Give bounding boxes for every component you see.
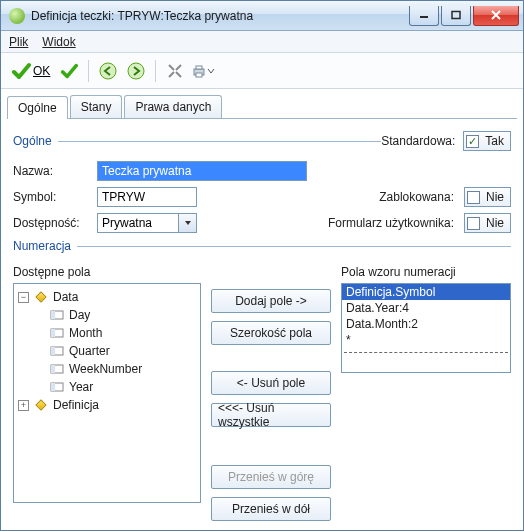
- add-field-button[interactable]: Dodaj pole ->: [211, 289, 331, 313]
- list-item[interactable]: Definicja.Symbol: [342, 284, 510, 300]
- locked-label: Zablokowana:: [379, 190, 454, 204]
- separator: [88, 60, 89, 82]
- svg-rect-5: [196, 66, 202, 69]
- userform-label: Formularz użytkownika:: [328, 216, 454, 230]
- minimize-button[interactable]: [409, 6, 439, 26]
- svg-point-3: [128, 63, 144, 79]
- tree-node-year[interactable]: Year: [69, 378, 93, 396]
- pattern-fields-list[interactable]: Definicja.Symbol Data.Year:4 Data.Month:…: [341, 283, 511, 373]
- standard-checkbox[interactable]: Tak: [463, 131, 511, 151]
- tree-node-weeknumber[interactable]: WeekNumber: [69, 360, 142, 378]
- svg-rect-10: [51, 329, 55, 337]
- svg-point-2: [100, 63, 116, 79]
- pattern-fields-label: Pola wzoru numeracji: [341, 265, 511, 279]
- svg-rect-8: [51, 311, 55, 319]
- remove-field-button[interactable]: <- Usuń pole: [211, 371, 331, 395]
- field-icon: [50, 345, 64, 357]
- divider: [77, 246, 511, 247]
- tree-node-day[interactable]: Day: [69, 306, 90, 324]
- tree-node-month[interactable]: Month: [69, 324, 102, 342]
- standard-value: Tak: [485, 134, 504, 148]
- titlebar: Definicja teczki: TPRYW:Teczka prywatna: [1, 1, 523, 31]
- maximize-button[interactable]: [441, 6, 471, 26]
- checkbox-icon: [467, 191, 480, 204]
- window: Definicja teczki: TPRYW:Teczka prywatna …: [0, 0, 524, 531]
- tab-states[interactable]: Stany: [70, 95, 123, 118]
- tab-general[interactable]: Ogólne: [7, 96, 68, 119]
- diamond-icon: [34, 291, 48, 303]
- window-controls: [407, 6, 519, 26]
- availability-select[interactable]: [97, 213, 197, 233]
- group-general-label: Ogólne: [13, 134, 52, 148]
- chevron-down-icon: [207, 67, 215, 75]
- check-icon: [11, 61, 31, 81]
- nav-forward-button[interactable]: [123, 58, 149, 84]
- svg-rect-6: [196, 73, 202, 77]
- tabstrip: Ogólne Stany Prawa danych: [1, 89, 523, 118]
- expand-icon[interactable]: +: [18, 400, 29, 411]
- checkbox-icon: [467, 217, 480, 230]
- svg-rect-14: [51, 365, 55, 373]
- tree-node-data[interactable]: Data: [53, 288, 78, 306]
- ok-label: OK: [33, 64, 50, 78]
- symbol-label: Symbol:: [13, 190, 97, 204]
- symbol-input[interactable]: [97, 187, 197, 207]
- app-icon: [9, 8, 25, 24]
- group-numbering-label: Numeracja: [13, 239, 71, 253]
- move-up-button[interactable]: Przenieś w górę: [211, 465, 331, 489]
- available-fields-label: Dostępne pola: [13, 265, 201, 279]
- tab-panel-general: Ogólne Standardowa: Tak Nazwa: Symbol: Z…: [1, 119, 523, 531]
- tab-data-rights[interactable]: Prawa danych: [124, 95, 222, 118]
- separator: [155, 60, 156, 82]
- ok-button[interactable]: OK: [7, 61, 54, 81]
- arrow-left-icon: [99, 62, 117, 80]
- name-input[interactable]: [97, 161, 307, 181]
- svg-rect-1: [452, 12, 460, 19]
- availability-label: Dostępność:: [13, 216, 97, 230]
- menubar: Plik Widok: [1, 31, 523, 53]
- group-general: Ogólne Standardowa: Tak: [13, 131, 511, 151]
- field-icon: [50, 363, 64, 375]
- list-item[interactable]: Data.Month:2: [342, 316, 510, 332]
- diamond-icon: [34, 399, 48, 411]
- tree-node-definicja[interactable]: Definicja: [53, 396, 99, 414]
- window-title: Definicja teczki: TPRYW:Teczka prywatna: [31, 9, 407, 23]
- chevron-down-icon[interactable]: [179, 213, 197, 233]
- remove-all-button[interactable]: <<<- Usuń wszystkie: [211, 403, 331, 427]
- tools-button[interactable]: [162, 58, 188, 84]
- userform-value: Nie: [486, 216, 504, 230]
- locked-checkbox[interactable]: Nie: [464, 187, 511, 207]
- menu-file[interactable]: Plik: [9, 35, 28, 49]
- field-width-button[interactable]: Szerokość pola: [211, 321, 331, 345]
- list-item[interactable]: *: [342, 332, 510, 348]
- check-icon: [60, 62, 78, 80]
- available-fields-tree[interactable]: − Data Day Month Quarter WeekNumber Year: [13, 283, 201, 503]
- tools-icon: [167, 63, 183, 79]
- field-icon: [50, 309, 64, 321]
- divider: [58, 141, 382, 142]
- toolbar: OK: [1, 53, 523, 89]
- close-button[interactable]: [473, 6, 519, 26]
- menu-view[interactable]: Widok: [42, 35, 75, 49]
- name-label: Nazwa:: [13, 164, 97, 178]
- list-item[interactable]: Data.Year:4: [342, 300, 510, 316]
- nav-back-button[interactable]: [95, 58, 121, 84]
- userform-checkbox[interactable]: Nie: [464, 213, 511, 233]
- tree-node-quarter[interactable]: Quarter: [69, 342, 110, 360]
- locked-value: Nie: [486, 190, 504, 204]
- availability-value[interactable]: [97, 213, 179, 233]
- field-icon: [50, 327, 64, 339]
- print-button[interactable]: [190, 58, 216, 84]
- arrow-right-icon: [127, 62, 145, 80]
- divider: [344, 352, 508, 353]
- apply-button[interactable]: [56, 58, 82, 84]
- svg-rect-16: [51, 383, 55, 391]
- checkbox-icon: [466, 135, 479, 148]
- move-down-button[interactable]: Przenieś w dół: [211, 497, 331, 521]
- collapse-icon[interactable]: −: [18, 292, 29, 303]
- group-numbering: Numeracja: [13, 239, 511, 253]
- standard-label: Standardowa:: [381, 134, 455, 148]
- svg-rect-12: [51, 347, 55, 355]
- printer-icon: [191, 63, 207, 79]
- field-icon: [50, 381, 64, 393]
